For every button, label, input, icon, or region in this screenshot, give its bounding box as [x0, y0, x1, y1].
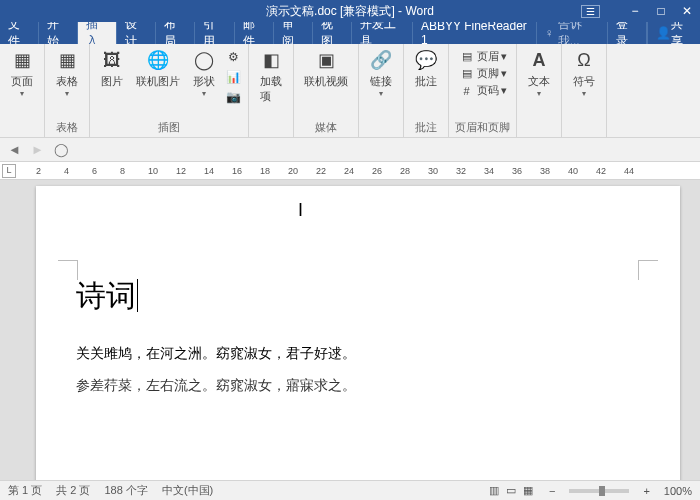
tell-me[interactable]: ♀告诉我...	[537, 22, 608, 44]
links-button[interactable]: 🔗 链接 ▾	[365, 46, 397, 100]
footer-button[interactable]: ▤页脚 ▾	[459, 65, 507, 82]
zoom-slider[interactable]	[569, 489, 629, 493]
table-button[interactable]: ▦ 表格 ▾	[51, 46, 83, 100]
ruler-tick: 36	[512, 166, 522, 176]
bulb-icon: ♀	[545, 26, 554, 40]
text-cursor-icon: I	[298, 200, 303, 221]
ribbon-display-options[interactable]: ☰	[581, 5, 600, 18]
read-mode-view[interactable]: ▭	[506, 484, 516, 496]
group-media: ▣ 联机视频 媒体	[294, 44, 359, 137]
tab-abbyy[interactable]: ABBYY FineReader 1	[413, 22, 537, 44]
margin-marker-right	[638, 260, 658, 280]
group-page: ▦ 页面 ▾	[0, 44, 45, 137]
nav-prev[interactable]: ◄	[8, 142, 21, 157]
status-bar: 第 1 页 共 2 页 188 个字 中文(中国) ▥ ▭ ▦ − + 100%	[0, 480, 700, 500]
tab-developer[interactable]: 开发工具	[352, 22, 413, 44]
header-icon: ▤	[459, 50, 475, 63]
tab-login[interactable]: 登录	[608, 22, 647, 44]
ruler-tick: 10	[148, 166, 158, 176]
print-layout-view[interactable]: ▥	[489, 484, 499, 496]
nav-next[interactable]: ►	[31, 142, 44, 157]
ruler-tick: 12	[176, 166, 186, 176]
ruler-tick: 24	[344, 166, 354, 176]
ruler-tick: 38	[540, 166, 550, 176]
share-icon: 👤	[656, 26, 671, 40]
tab-references[interactable]: 引用	[195, 22, 234, 44]
zoom-out[interactable]: −	[549, 485, 555, 497]
tab-design[interactable]: 设计	[117, 22, 156, 44]
ribbon-tabs: 文件 开始 插入 设计 布局 引用 邮件 审阅 视图 开发工具 ABBYY Fi…	[0, 22, 700, 44]
comment-icon: 💬	[414, 48, 438, 72]
ruler-tick: 4	[64, 166, 69, 176]
footer-icon: ▤	[459, 67, 475, 80]
header-button[interactable]: ▤页眉 ▾	[459, 48, 507, 65]
page-number-button[interactable]: #页码 ▾	[459, 82, 507, 99]
page-icon: ▦	[10, 48, 34, 72]
zoom-in[interactable]: +	[643, 485, 649, 497]
ruler-tick: 18	[260, 166, 270, 176]
group-tables: ▦ 表格 ▾ 表格	[45, 44, 90, 137]
tab-mailings[interactable]: 邮件	[235, 22, 274, 44]
ruler-tick: 34	[484, 166, 494, 176]
ruler-tick: 30	[428, 166, 438, 176]
ruler-tick: 20	[288, 166, 298, 176]
paragraph[interactable]: 参差荇菜，左右流之。窈窕淑女，寤寐求之。	[76, 377, 640, 395]
tab-view[interactable]: 视图	[313, 22, 352, 44]
online-pictures-button[interactable]: 🌐 联机图片	[132, 46, 184, 106]
chevron-down-icon: ▾	[65, 89, 69, 98]
close-button[interactable]: ✕	[674, 0, 700, 22]
status-total-pages[interactable]: 共 2 页	[56, 483, 90, 498]
tab-home[interactable]: 开始	[39, 22, 78, 44]
addins-button[interactable]: ◧ 加载 项	[255, 46, 287, 106]
tab-insert[interactable]: 插入	[78, 22, 117, 44]
pictures-button[interactable]: 🖼 图片	[96, 46, 128, 106]
document-title: 演示文稿.doc [兼容模式] - Word	[266, 3, 434, 20]
tab-selector[interactable]: L	[2, 164, 16, 178]
shapes-button[interactable]: ◯ 形状 ▾	[188, 46, 220, 106]
web-layout-view[interactable]: ▦	[523, 484, 533, 496]
minimize-button[interactable]: −	[622, 0, 648, 22]
smartart-button[interactable]: ⚙	[224, 48, 242, 66]
comment-button[interactable]: 💬 批注	[410, 46, 442, 91]
zoom-handle[interactable]	[599, 486, 605, 496]
chart-button[interactable]: 📊	[224, 68, 242, 86]
ruler-tick: 22	[316, 166, 326, 176]
symbols-button[interactable]: Ω 符号 ▾	[568, 46, 600, 100]
ruler-tick: 26	[372, 166, 382, 176]
pagenum-icon: #	[459, 85, 475, 97]
group-links: 🔗 链接 ▾	[359, 44, 404, 137]
link-icon: 🔗	[369, 48, 393, 72]
paragraph[interactable]: 关关雎鸠，在河之洲。窈窕淑女，君子好逑。	[76, 345, 640, 363]
document-heading[interactable]: 诗词	[76, 276, 640, 317]
ribbon: ▦ 页面 ▾ ▦ 表格 ▾ 表格 🖼 图片 🌐 联机图片 ◯ 形状 ▾	[0, 44, 700, 138]
picture-icon: 🖼	[100, 48, 124, 72]
status-page[interactable]: 第 1 页	[8, 483, 42, 498]
ruler-tick: 2	[36, 166, 41, 176]
status-word-count[interactable]: 188 个字	[104, 483, 147, 498]
zoom-level[interactable]: 100%	[664, 485, 692, 497]
text-button[interactable]: A 文本 ▾	[523, 46, 555, 100]
maximize-button[interactable]: □	[648, 0, 674, 22]
screenshot-button[interactable]: 📷	[224, 88, 242, 106]
horizontal-ruler[interactable]: L 24681012141618202224262830323436384042…	[0, 162, 700, 180]
tab-file[interactable]: 文件	[0, 22, 39, 44]
page[interactable]: I 诗词 关关雎鸠，在河之洲。窈窕淑女，君子好逑。 参差荇菜，左右流之。窈窕淑女…	[36, 186, 680, 480]
table-icon: ▦	[55, 48, 79, 72]
ruler-tick: 28	[400, 166, 410, 176]
status-language[interactable]: 中文(中国)	[162, 483, 213, 498]
tab-share[interactable]: 👤 共享	[647, 22, 700, 44]
chevron-down-icon: ▾	[379, 89, 383, 98]
ruler-tick: 40	[568, 166, 578, 176]
pages-button[interactable]: ▦ 页面 ▾	[6, 46, 38, 100]
title-bar: 演示文稿.doc [兼容模式] - Word ☰ − □ ✕	[0, 0, 700, 22]
online-video-button[interactable]: ▣ 联机视频	[300, 46, 352, 91]
ruler-tick: 44	[624, 166, 634, 176]
tab-review[interactable]: 审阅	[274, 22, 313, 44]
tab-layout[interactable]: 布局	[156, 22, 195, 44]
ruler-tick: 32	[456, 166, 466, 176]
group-comments: 💬 批注 批注	[404, 44, 449, 137]
chevron-down-icon: ▾	[582, 89, 586, 98]
group-illustrations: 🖼 图片 🌐 联机图片 ◯ 形状 ▾ ⚙ 📊 📷 插图	[90, 44, 249, 137]
document-area[interactable]: I 诗词 关关雎鸠，在河之洲。窈窕淑女，君子好逑。 参差荇菜，左右流之。窈窕淑女…	[0, 180, 700, 480]
nav-stop[interactable]: ◯	[54, 142, 69, 157]
